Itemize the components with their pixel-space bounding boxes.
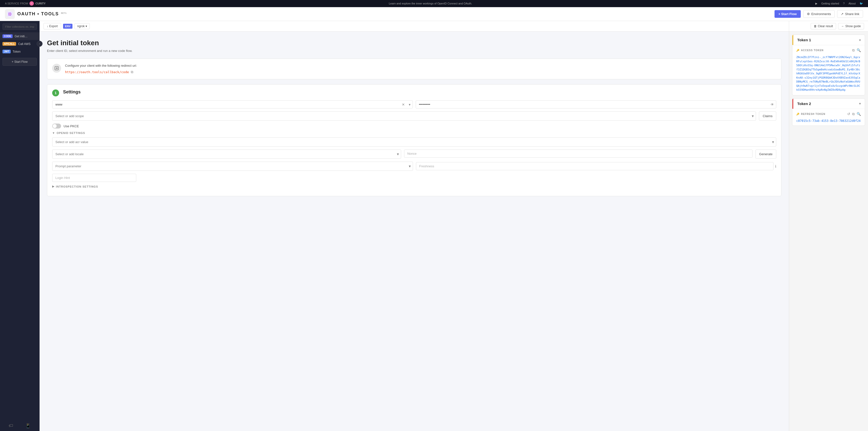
top-banner-right: ▶ Getting started ? About 🐦	[815, 2, 863, 5]
svg-point-2	[9, 13, 10, 14]
copy-token-2-icon[interactable]: ⧉	[852, 112, 855, 116]
sidebar-device-icon[interactable]: 📱	[25, 423, 31, 429]
app-logo-icon	[5, 9, 15, 19]
prompt-select[interactable]: ▾	[52, 162, 413, 171]
getting-started-link[interactable]: Getting started	[821, 2, 839, 5]
freshness-input[interactable]	[416, 162, 774, 170]
token-2-card-header[interactable]: Token 2 ▾	[792, 99, 865, 109]
curity-logo-text: CURITY	[35, 2, 45, 5]
right-panel: 🗑 Clear result ← Show guide Token 1 ▾	[789, 21, 868, 431]
prompt-input[interactable]	[53, 162, 407, 170]
token-2-actions: ↺ ⧉ 🔍	[847, 112, 861, 116]
delete-icon[interactable]: ✕	[34, 35, 37, 38]
client-credentials-row: ✕ ▾ 👁	[52, 100, 776, 108]
env-select-value: ngrok	[77, 25, 85, 28]
client-secret-field: 👁	[416, 100, 776, 108]
use-pkce-label: Use PKCE	[64, 124, 79, 128]
copy-token-1-icon[interactable]: ⧉	[852, 48, 855, 53]
acr-input[interactable]	[53, 138, 770, 146]
token-1-card-body: 🔑 ACCESS TOKEN ⧉ 🔍 ZNcmZDiIF7Fzni-_zcf7N…	[792, 45, 865, 95]
token-section: Token 1 ▾ 🔑 ACCESS TOKEN ⧉ 🔍	[792, 35, 865, 126]
toggle-secret-visibility-button[interactable]: 👁	[769, 102, 776, 107]
claims-button[interactable]: Claims	[759, 111, 776, 121]
logo-text: OAUTH • TOOLS BETA	[17, 11, 66, 16]
redirect-card: Configure your client with the following…	[47, 59, 781, 79]
sidebar-badge-jwt: JWT	[2, 50, 11, 54]
sidebar-item-get-initial-token[interactable]: CODE Get initial token ✎ ✕	[0, 32, 39, 40]
nonce-input[interactable]	[404, 150, 752, 158]
token-2-chevron-down-icon: ▾	[859, 102, 861, 105]
edit-icon[interactable]: ✎	[31, 35, 33, 38]
share-link-button[interactable]: ↗ Share link	[837, 10, 863, 18]
login-hint-input[interactable]	[52, 174, 136, 182]
toolbar-left: ↓ Export ENV ngrok ▾	[43, 23, 90, 29]
sidebar-icons: 🏷 📱	[2, 423, 37, 429]
locale-select[interactable]: ▾	[52, 150, 401, 159]
token-1-card: Token 1 ▾ 🔑 ACCESS TOKEN ⧉ 🔍	[792, 35, 865, 95]
clear-client-id-button[interactable]: ✕	[400, 102, 407, 107]
scope-select[interactable]: ▾	[52, 111, 756, 121]
use-pkce-row: Use PKCE	[52, 124, 776, 129]
introspection-settings-header[interactable]: ▶ INTROSPECTION SETTINGS	[52, 185, 776, 188]
clear-result-button[interactable]: 🗑 Clear result	[811, 23, 836, 29]
sidebar-item-label-1: Call AWS	[18, 42, 37, 46]
sidebar-item-label-0: Get initial token	[14, 35, 29, 38]
use-pkce-toggle[interactable]	[52, 124, 61, 129]
sidebar-start-flow-button[interactable]: + Start Flow	[2, 58, 37, 66]
client-secret-input[interactable]	[416, 101, 769, 108]
guide-arrow-icon: ←	[841, 25, 844, 28]
sidebar-item-call-aws[interactable]: APICALL Call AWS	[0, 40, 39, 48]
token-2-title: Token 2	[797, 102, 811, 106]
environments-icon: ⚙	[807, 12, 810, 16]
token-2-card: Token 2 ▾ 🔑 REFRESH TOKEN ↺ ⧉	[792, 98, 865, 126]
locale-dropdown-arrow-icon: ▾	[395, 150, 401, 158]
sidebar-search-input[interactable]	[2, 24, 37, 30]
copy-redirect-url-icon[interactable]: ⧉	[131, 70, 133, 74]
search-token-1-icon[interactable]: 🔍	[857, 48, 861, 53]
acr-row: ▾	[52, 137, 776, 146]
token-1-type-text: ACCESS TOKEN	[801, 49, 824, 52]
show-guide-button[interactable]: ← Show guide	[838, 23, 864, 29]
locale-nonce-row: ▾ Generate	[52, 150, 776, 159]
start-flow-button[interactable]: + Start Flow	[775, 10, 801, 18]
trash-icon: 🗑	[814, 25, 817, 28]
prompt-freshness-row: ▾ ℹ	[52, 162, 776, 171]
client-id-dropdown-button[interactable]: ▾	[407, 102, 412, 107]
sidebar-item-token[interactable]: JWT Token	[0, 48, 39, 55]
acr-dropdown-arrow-icon: ▾	[770, 138, 776, 146]
search-token-2-icon[interactable]: 🔍	[857, 112, 861, 116]
settings-title: Settings	[63, 90, 81, 95]
sidebar-badge-apicall: APICALL	[2, 42, 16, 46]
freshness-info-icon[interactable]: ℹ	[775, 164, 776, 168]
sidebar-collapse-button[interactable]: ‹	[37, 41, 42, 47]
redirect-label: Configure your client with the following…	[65, 64, 776, 67]
locale-input[interactable]	[53, 150, 395, 158]
redirect-url-text: https://oauth.tools/callback/code	[65, 70, 129, 74]
twitter-icon[interactable]: 🐦	[860, 2, 863, 5]
refresh-token-2-icon[interactable]: ↺	[847, 112, 850, 116]
client-id-input[interactable]	[53, 101, 400, 108]
token-1-type-header: 🔑 ACCESS TOKEN ⧉ 🔍	[796, 48, 861, 53]
logo-beta-text: BETA	[61, 12, 66, 14]
acr-select[interactable]: ▾	[52, 137, 776, 146]
redirect-url-container: https://oauth.tools/callback/code ⧉	[65, 70, 776, 74]
banner-service-label: A SERVICE FROM	[5, 2, 28, 5]
top-banner-left: A SERVICE FROM C CURITY	[5, 1, 45, 6]
token-2-value: c87015c5-73ab-4153-8e13-7863212d0f24	[796, 119, 861, 123]
env-chevron-down-icon: ▾	[86, 25, 87, 28]
openid-settings-header[interactable]: ▼ OPENID SETTINGS	[52, 131, 776, 134]
redirect-content: Configure your client with the following…	[65, 64, 776, 74]
step-number: 1	[52, 90, 59, 96]
sidebar-tag-icon[interactable]: 🏷	[9, 423, 13, 429]
header: OAUTH • TOOLS BETA + Start Flow ⚙ Enviro…	[0, 7, 868, 21]
token-2-type-text: REFRESH TOKEN	[801, 113, 825, 115]
export-button[interactable]: ↓ Export	[43, 23, 61, 29]
generate-nonce-button[interactable]: Generate	[755, 150, 776, 159]
environments-button[interactable]: ⚙ Environments	[803, 10, 835, 18]
env-badge: ENV	[63, 24, 73, 29]
scope-input[interactable]	[53, 112, 750, 120]
env-select[interactable]: ngrok ▾	[74, 23, 90, 29]
openid-settings-chevron-down-icon: ▼	[52, 131, 55, 134]
token-1-card-header[interactable]: Token 1 ▾	[792, 35, 865, 45]
about-link[interactable]: About	[848, 2, 856, 5]
